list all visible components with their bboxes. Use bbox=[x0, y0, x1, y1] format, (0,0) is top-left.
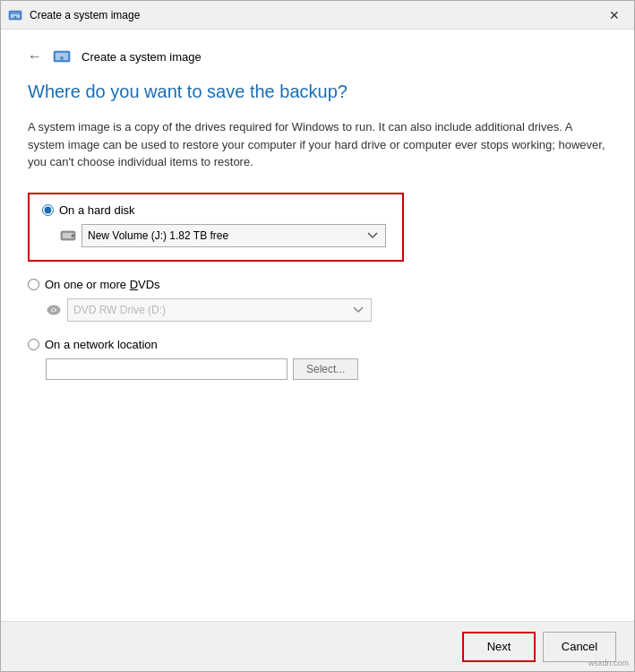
hard-disk-label: On a hard disk bbox=[59, 203, 135, 217]
hard-disk-dropdown-row: New Volume (J:) 1.82 TB free bbox=[42, 224, 390, 247]
svg-point-9 bbox=[72, 235, 74, 237]
cancel-button[interactable]: Cancel bbox=[543, 632, 616, 662]
nav-icon bbox=[53, 47, 71, 65]
network-radio-label[interactable]: On a network location bbox=[28, 338, 607, 351]
title-bar: Create a system image ✕ bbox=[1, 1, 634, 30]
network-location-input[interactable] bbox=[46, 358, 287, 380]
page-heading: Where do you want to save the backup? bbox=[28, 82, 607, 102]
hard-disk-radio-label[interactable]: On a hard disk bbox=[42, 203, 390, 217]
main-window: Create a system image ✕ ← Create a syste… bbox=[0, 0, 635, 672]
close-button[interactable]: ✕ bbox=[602, 5, 627, 25]
select-button[interactable]: Select... bbox=[293, 358, 358, 380]
network-label: On a network location bbox=[45, 338, 158, 351]
dvd-dropdown[interactable]: DVD RW Drive (D:) bbox=[67, 298, 372, 322]
dvd-radio-label[interactable]: On one or more DVDs bbox=[28, 278, 607, 291]
window-title: Create a system image bbox=[30, 9, 140, 22]
hard-disk-radio[interactable] bbox=[42, 204, 54, 216]
dvd-radio[interactable] bbox=[28, 279, 39, 290]
nav-row: ← Create a system image bbox=[28, 47, 607, 65]
next-button[interactable]: Next bbox=[462, 632, 536, 662]
network-radio[interactable] bbox=[28, 339, 39, 350]
dvd-dropdown-row: DVD RW Drive (D:) bbox=[28, 298, 607, 322]
dvd-option: On one or more DVDs DVD RW Drive (D:) bbox=[28, 278, 607, 322]
svg-point-12 bbox=[53, 309, 55, 311]
hard-disk-dropdown[interactable]: New Volume (J:) 1.82 TB free bbox=[82, 224, 386, 247]
nav-title: Create a system image bbox=[82, 50, 202, 64]
svg-point-6 bbox=[60, 56, 64, 60]
hard-disk-option-box: On a hard disk New Volume (J:) 1.82 TB f… bbox=[28, 193, 404, 262]
network-option: On a network location Select... bbox=[28, 338, 607, 380]
svg-rect-2 bbox=[11, 13, 20, 14]
window-icon bbox=[8, 8, 22, 22]
title-bar-left: Create a system image bbox=[8, 8, 140, 22]
footer: Next Cancel bbox=[1, 621, 634, 671]
page-description: A system image is a copy of the drives r… bbox=[28, 118, 607, 171]
network-input-row: Select... bbox=[28, 358, 607, 380]
hdd-icon bbox=[60, 228, 76, 243]
content-area: ← Create a system image Where do you wan… bbox=[1, 30, 634, 621]
back-button[interactable]: ← bbox=[28, 48, 42, 65]
dvd-icon bbox=[46, 303, 62, 317]
svg-point-3 bbox=[14, 15, 17, 18]
dvd-label: On one or more DVDs bbox=[45, 278, 160, 291]
